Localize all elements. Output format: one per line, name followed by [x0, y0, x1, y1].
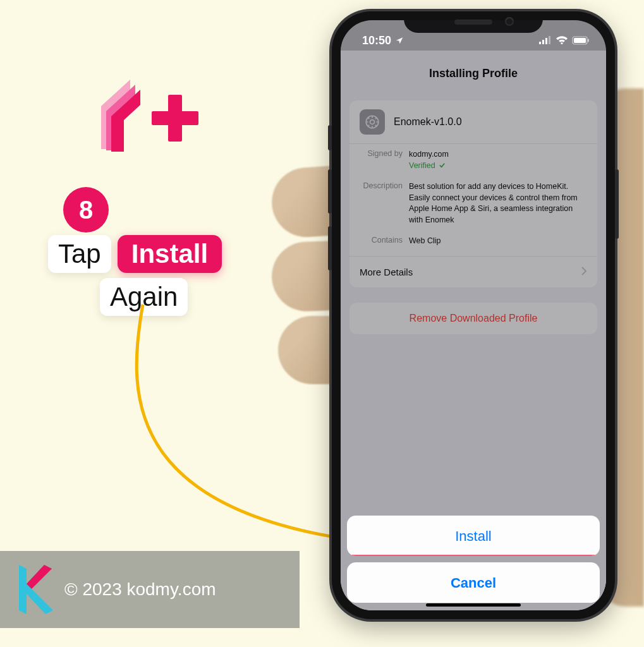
- svg-rect-3: [542, 40, 544, 44]
- svg-rect-4: [545, 38, 547, 44]
- svg-rect-5: [549, 36, 550, 44]
- remove-profile-button[interactable]: Remove Downloaded Profile: [349, 303, 597, 334]
- verified-badge: Verified: [409, 160, 587, 172]
- verified-label: Verified: [409, 161, 435, 170]
- svg-rect-1: [152, 111, 198, 125]
- instruction-text: Tap Install Again: [48, 235, 222, 316]
- footer-copyright: © 2023 kodmy.com: [64, 579, 216, 600]
- profile-header-row: Enomek-v1.0.0: [349, 100, 597, 144]
- phone-frame: 10:50: [332, 11, 615, 619]
- action-sheet: Install Cancel: [347, 516, 600, 603]
- install-button[interactable]: Install: [347, 516, 600, 556]
- phone-screen: 10:50: [341, 20, 606, 610]
- app-logo: [88, 68, 209, 166]
- step-number: 8: [79, 196, 93, 224]
- battery-icon: [572, 36, 590, 45]
- chevron-right-icon: [581, 267, 587, 277]
- signed-by-value: kodmy.com: [409, 149, 587, 160]
- more-details-row[interactable]: More Details: [349, 256, 597, 287]
- profile-name: Enomek-v1.0.0: [394, 116, 462, 128]
- home-indicator[interactable]: [426, 603, 521, 607]
- svg-rect-2: [539, 42, 541, 44]
- instruction-word-tap: Tap: [48, 235, 111, 273]
- action-sheet-group: Install: [347, 516, 600, 556]
- svg-point-11: [370, 120, 375, 124]
- location-services-icon: [395, 36, 404, 45]
- check-icon: [439, 162, 446, 169]
- kodmy-logo-icon: [15, 565, 53, 614]
- page-title: Installing Profile: [341, 51, 606, 95]
- phone-side-button: [328, 226, 332, 270]
- remove-profile-card: Remove Downloaded Profile: [349, 303, 597, 334]
- svg-rect-8: [574, 38, 586, 43]
- description-value: Best solution for add any devices to Hom…: [409, 181, 587, 226]
- action-sheet-group: Cancel: [347, 562, 600, 603]
- signed-by-label: Signed by: [360, 149, 409, 171]
- profile-gear-icon: [360, 109, 385, 135]
- profile-card: Enomek-v1.0.0 Signed by kodmy.com Verifi…: [349, 100, 597, 287]
- contains-label: Contains: [360, 236, 409, 247]
- footer-banner: © 2023 kodmy.com: [0, 551, 300, 628]
- phone-side-button: [328, 169, 332, 214]
- phone-side-button: [328, 125, 332, 150]
- instruction-word-again: Again: [100, 278, 188, 316]
- step-number-badge: 8: [63, 187, 109, 233]
- cancel-button[interactable]: Cancel: [347, 562, 600, 603]
- svg-point-6: [561, 42, 562, 44]
- status-bar: 10:50: [341, 20, 606, 52]
- description-label: Description: [360, 181, 409, 226]
- instruction-word-install: Install: [118, 235, 222, 273]
- wifi-icon: [556, 36, 568, 45]
- contains-value: Web Clip: [409, 236, 587, 247]
- more-details-label: More Details: [360, 267, 413, 277]
- status-time: 10:50: [362, 34, 391, 47]
- phone-side-button: [615, 169, 619, 239]
- cellular-signal-icon: [539, 36, 552, 45]
- svg-rect-9: [588, 39, 589, 42]
